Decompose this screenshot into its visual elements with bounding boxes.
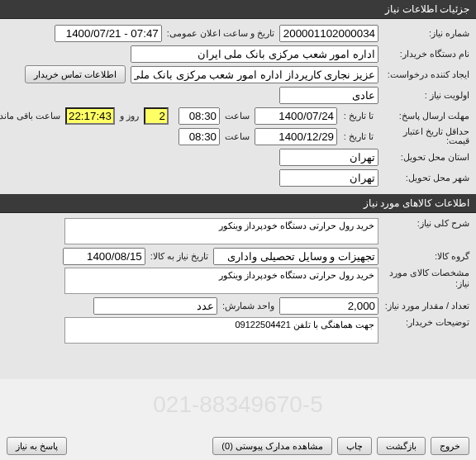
due-field[interactable]	[63, 248, 145, 265]
footer-buttons: خروج بازگشت چاپ مشاهده مدارک پیوستی (0) …	[7, 437, 469, 455]
spec-label: مشخصات کالای مورد نیاز:	[378, 268, 469, 289]
validity-date-field[interactable]	[255, 128, 337, 145]
exit-button[interactable]: خروج	[431, 437, 469, 455]
group-label: گروه کالا:	[378, 251, 469, 262]
deadline-time-label: ساعت	[220, 111, 255, 121]
deadline-date-field[interactable]	[255, 107, 337, 125]
buyer-field[interactable]	[131, 45, 378, 63]
priority-field[interactable]	[279, 87, 378, 104]
validity-to-label: تا تاریخ :	[337, 131, 378, 142]
province-field[interactable]	[279, 149, 378, 166]
province-label: استان محل تحویل:	[378, 152, 469, 163]
deadline-days-label: روز و	[115, 111, 144, 121]
city-label: شهر محل تحویل:	[378, 173, 469, 183]
form-need-details: شماره نیاز: تاریخ و ساعت اعلان عمومی: نا…	[0, 19, 476, 194]
deadline-label: مهلت ارسال پاسخ:	[378, 111, 469, 121]
notes-label: توضیحات خریدار:	[378, 317, 469, 328]
deadline-remain-label: ساعت باقی مانده	[0, 111, 65, 121]
buyer-contact-button[interactable]: اطلاعات تماس خریدار	[25, 65, 126, 83]
due-label: تاریخ نیاز به کالا:	[145, 251, 213, 262]
creator-label: ایجاد کننده درخواست:	[378, 69, 469, 80]
buyer-label: نام دستگاه خریدار:	[378, 49, 469, 59]
need-number-label: شماره نیاز:	[378, 28, 469, 39]
validity-label: حداقل تاریخ اعتبار قیمت:	[378, 127, 469, 145]
group-field[interactable]	[213, 248, 378, 265]
desc-field[interactable]	[64, 218, 378, 244]
creator-field[interactable]	[131, 66, 378, 83]
section-header-goods: اطلاعات کالاهای مورد نیاز	[0, 194, 476, 213]
print-button[interactable]: چاپ	[337, 437, 372, 455]
desc-label: شرح کلی نیاز:	[378, 218, 469, 229]
deadline-to-label: تا تاریخ :	[337, 111, 378, 121]
watermark-phone: 021-88349670-5	[153, 391, 323, 418]
deadline-days-field[interactable]	[144, 107, 169, 125]
attachments-button[interactable]: مشاهده مدارک پیوستی (0)	[212, 437, 332, 455]
priority-label: اولویت نیاز :	[378, 90, 469, 101]
unit-field[interactable]	[93, 297, 217, 315]
respond-button[interactable]: پاسخ به نیاز	[7, 437, 67, 455]
announce-datetime-field[interactable]	[55, 25, 162, 42]
notes-field[interactable]	[64, 317, 378, 344]
qty-label: تعداد / مقدار مورد نیاز:	[378, 301, 469, 311]
unit-label: واحد شمارش:	[217, 301, 279, 311]
deadline-time-field[interactable]	[178, 107, 220, 125]
deadline-remain-field[interactable]	[65, 107, 115, 125]
qty-field[interactable]	[279, 297, 378, 315]
validity-time-label: ساعت	[220, 131, 255, 142]
announce-datetime-label: تاریخ و ساعت اعلان عمومی:	[162, 28, 279, 39]
form-goods: شرح کلی نیاز: گروه کالا: تاریخ نیاز به ک…	[0, 213, 476, 379]
city-field[interactable]	[279, 169, 378, 187]
back-button[interactable]: بازگشت	[377, 437, 426, 455]
spec-field[interactable]	[64, 268, 378, 294]
validity-time-field[interactable]	[178, 128, 220, 145]
need-number-field[interactable]	[279, 25, 378, 42]
section-header-need-details: جزئیات اطلاعات نیاز	[0, 0, 476, 19]
